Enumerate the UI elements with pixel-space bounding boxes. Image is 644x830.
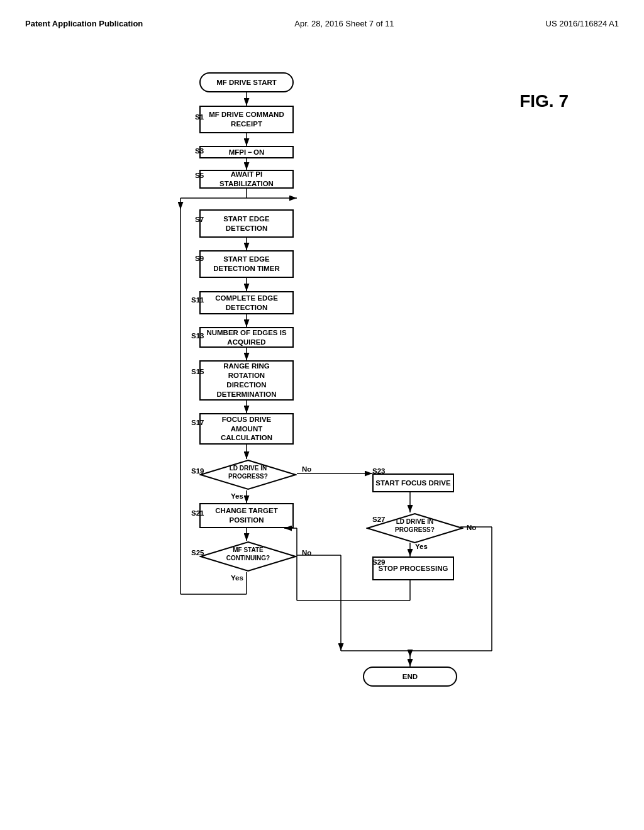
flowchart: MF DRIVE START S1 MF DRIVE COMMAND RECEI…: [102, 53, 542, 777]
flowchart-arrows: [102, 53, 542, 777]
node-start: MF DRIVE START: [199, 72, 294, 92]
svg-text:CONTINUING?: CONTINUING?: [226, 555, 270, 562]
node-s5: AWAIT PI STABILIZATION: [199, 170, 294, 189]
node-s23: START FOCUS DRIVE: [372, 473, 454, 492]
label-s25-no: No: [302, 549, 311, 556]
header-center: Apr. 28, 2016 Sheet 7 of 11: [294, 19, 394, 28]
node-end: END: [363, 667, 457, 687]
node-s21: CHANGE TARGET POSITION: [199, 503, 294, 528]
label-s27-no: No: [467, 524, 476, 531]
node-s17: FOCUS DRIVE AMOUNT CALCULATION: [199, 413, 294, 445]
svg-text:PROGRESS?: PROGRESS?: [395, 526, 435, 533]
node-s9: START EDGE DETECTION TIMER: [199, 250, 294, 278]
node-s15: RANGE RING ROTATION DIRECTION DETERMINAT…: [199, 360, 294, 401]
node-s11: COMPLETE EDGE DETECTION: [199, 291, 294, 314]
label-s27-yes: Yes: [415, 543, 428, 550]
svg-text:LD DRIVE IN: LD DRIVE IN: [230, 465, 267, 472]
node-s13: NUMBER OF EDGES IS ACQUIRED: [199, 327, 294, 348]
label-s19-no: No: [302, 465, 311, 473]
node-s1: MF DRIVE COMMAND RECEIPT: [199, 106, 294, 133]
label-s25-yes: Yes: [231, 574, 243, 582]
node-s29: STOP PROCESSING: [372, 556, 454, 580]
header-left: Patent Application Publication: [25, 19, 143, 28]
header-right: US 2016/116824 A1: [546, 19, 619, 28]
page-header: Patent Application Publication Apr. 28, …: [25, 13, 619, 41]
svg-text:MF STATE: MF STATE: [233, 546, 264, 553]
node-s7: START EDGE DETECTION: [199, 209, 294, 238]
node-s19: LD DRIVE IN PROGRESS?: [199, 459, 297, 490]
node-s25: MF STATE CONTINUING?: [199, 541, 297, 572]
page: Patent Application Publication Apr. 28, …: [0, 0, 644, 830]
label-s19-yes: Yes: [231, 492, 243, 500]
node-s27: LD DRIVE IN PROGRESS?: [366, 512, 464, 544]
svg-text:LD DRIVE IN: LD DRIVE IN: [396, 518, 433, 525]
node-s3: MFPI－ON: [199, 146, 294, 158]
svg-text:PROGRESS?: PROGRESS?: [228, 473, 268, 480]
